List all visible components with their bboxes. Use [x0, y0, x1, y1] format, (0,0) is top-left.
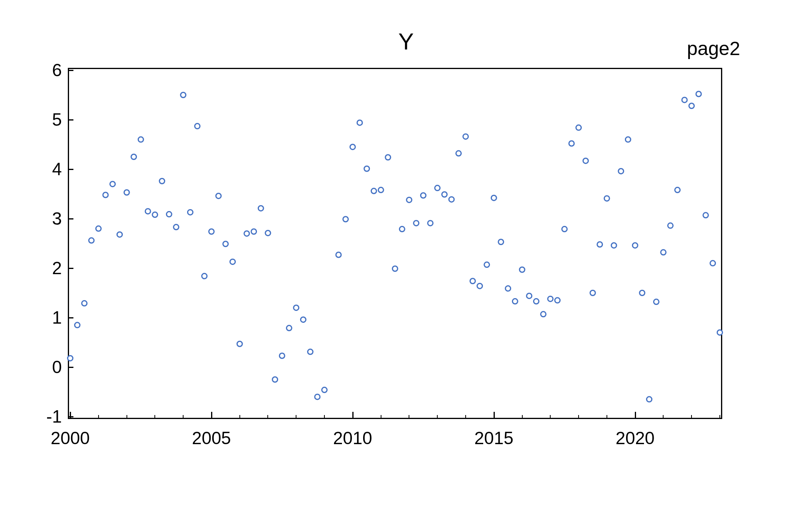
data-point [533, 299, 539, 304]
data-point [357, 120, 362, 125]
data-point [75, 322, 80, 328]
y-tick [68, 268, 73, 269]
y-tick-label: 6 [52, 60, 62, 80]
data-point [273, 377, 278, 382]
data-point [371, 188, 376, 194]
x-tick-minor [607, 415, 607, 419]
data-point [393, 266, 398, 271]
data-point [661, 250, 666, 255]
data-point [597, 242, 603, 247]
data-point [618, 168, 624, 174]
y-tick-label: 0 [52, 357, 62, 377]
data-point [407, 197, 412, 202]
data-point [265, 230, 271, 235]
y-tick-label: 4 [52, 159, 62, 179]
data-point [456, 151, 461, 156]
data-point [174, 225, 179, 230]
data-point [124, 190, 129, 195]
data-point [491, 195, 496, 200]
data-point [195, 124, 200, 129]
data-point [435, 186, 440, 191]
data-point [315, 394, 320, 399]
data-point [506, 286, 511, 291]
data-point [710, 261, 715, 266]
y-tick [68, 317, 73, 318]
plot-area: -1012345620002005201020152020 [68, 68, 722, 419]
data-point [251, 229, 257, 234]
data-point [590, 291, 595, 296]
data-point [449, 197, 454, 202]
data-point [548, 296, 553, 301]
data-point [145, 209, 150, 214]
data-point [696, 91, 701, 97]
data-point [244, 231, 249, 236]
data-point [477, 283, 482, 289]
data-point [541, 312, 546, 317]
data-point [322, 387, 327, 393]
data-point [442, 192, 447, 197]
x-tick-major [635, 412, 636, 419]
data-point [152, 212, 158, 217]
x-tick-major [494, 412, 495, 419]
x-tick-minor [381, 415, 381, 419]
data-point [632, 243, 638, 248]
data-point [689, 103, 694, 109]
x-tick-minor [183, 415, 184, 419]
x-tick-label: 2010 [333, 428, 372, 448]
x-tick-minor [267, 415, 268, 419]
y-tick-label: 5 [52, 110, 62, 130]
data-point [604, 196, 609, 201]
x-tick-minor [578, 415, 579, 419]
data-point [188, 210, 193, 215]
data-point [611, 243, 616, 248]
chart: Y page2 -1012345620002005201020152020 [0, 0, 812, 510]
y-tick-label: 2 [52, 258, 62, 278]
data-point [576, 125, 581, 130]
x-tick-label: 2005 [192, 428, 231, 448]
data-point [640, 291, 645, 296]
data-point [279, 353, 284, 358]
data-point [470, 279, 475, 284]
data-point [117, 232, 122, 237]
x-tick-label: 2000 [51, 428, 90, 448]
data-point [675, 188, 680, 193]
data-point [294, 305, 299, 310]
data-point [378, 188, 383, 193]
data-point [654, 299, 659, 304]
data-point [625, 137, 630, 142]
data-point [647, 397, 652, 402]
data-point [166, 212, 172, 217]
data-point [668, 223, 673, 228]
x-tick-minor [296, 415, 296, 419]
x-tick-minor [98, 415, 99, 419]
y-tick-label: 1 [52, 308, 62, 328]
data-point [555, 298, 560, 303]
x-tick-minor [663, 415, 664, 419]
data-point [343, 217, 348, 222]
x-tick-minor [126, 415, 127, 419]
data-point [399, 227, 405, 232]
data-point [68, 356, 73, 361]
data-point [230, 259, 235, 264]
x-tick-minor [465, 415, 466, 419]
data-point [209, 229, 214, 234]
data-point [385, 155, 391, 160]
data-point [138, 137, 143, 142]
data-point [421, 193, 426, 198]
data-point [350, 144, 355, 150]
data-point [103, 192, 108, 198]
data-point [364, 166, 369, 171]
data-point [703, 213, 708, 218]
x-tick-minor [522, 415, 523, 419]
x-tick-minor [691, 415, 692, 419]
scatter-points-layer [69, 69, 721, 418]
data-point [562, 227, 567, 232]
data-point [308, 349, 313, 354]
data-point [300, 317, 306, 322]
x-tick-major [70, 412, 71, 419]
data-point [96, 226, 101, 231]
y-tick-label: 3 [52, 209, 62, 229]
data-point [181, 93, 186, 98]
data-point [583, 158, 588, 163]
data-point [336, 252, 341, 257]
